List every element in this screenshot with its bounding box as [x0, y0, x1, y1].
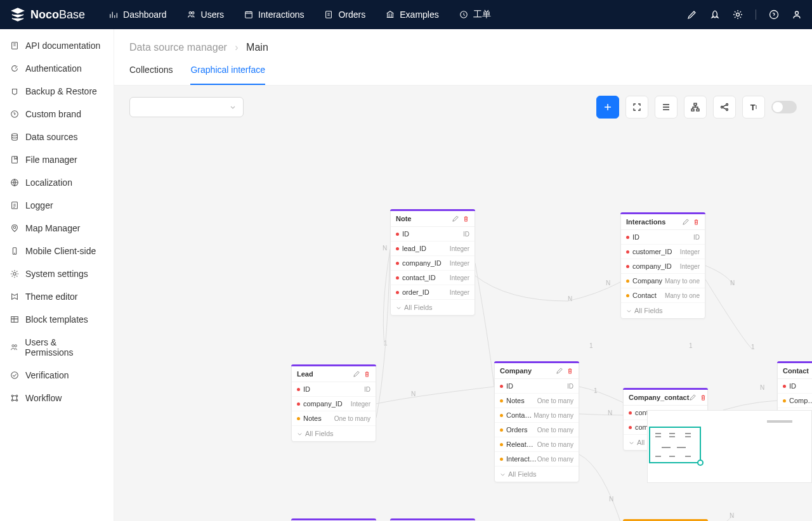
sidebar-item-backup-restore[interactable]: Backup & Restore	[0, 80, 114, 103]
field-row[interactable]: ID ID	[778, 379, 812, 394]
field-name: ID	[789, 382, 812, 390]
field-row[interactable]: ID ID	[391, 227, 475, 241]
field-row[interactable]: Releated leads One to many	[495, 437, 579, 452]
field-row[interactable]: Orders One to many	[495, 423, 579, 437]
sidebar-item-block-templates[interactable]: Block templates	[0, 308, 114, 331]
share-button[interactable]	[713, 96, 736, 119]
sidebar-item-theme-editor[interactable]: Theme editor	[0, 285, 114, 308]
toggle-switch[interactable]	[771, 101, 797, 113]
field-row[interactable]: Notes One to many	[495, 394, 579, 408]
sidebar-item-users-permissions[interactable]: Users & Permissions	[0, 331, 114, 364]
sidebar-item-authentication[interactable]: Authentication	[0, 57, 114, 80]
field-name: lead_ID	[402, 245, 450, 252]
edit-icon[interactable]	[556, 368, 563, 375]
rocket-icon[interactable]	[710, 10, 720, 20]
table-node-users[interactable]: Users ID ID Roles Many to many Departmen…	[291, 518, 376, 521]
edit-icon[interactable]	[682, 219, 689, 226]
nav-item-examples[interactable]: Examples	[377, 4, 447, 25]
sidebar-label: Authentication	[25, 63, 82, 74]
svg-point-18	[12, 345, 14, 347]
field-row[interactable]: company_ID Integer	[292, 397, 376, 411]
node-title: Note	[396, 215, 411, 222]
tab-graphical-interface[interactable]: Graphical interface	[190, 65, 265, 85]
sidebar-item-file-manager[interactable]: File manager	[0, 148, 114, 171]
field-name: Contact	[632, 292, 665, 299]
field-row[interactable]: Company Many to many	[778, 394, 812, 408]
sidebar-item-system-settings[interactable]: System settings	[0, 262, 114, 285]
node-header: Contact	[778, 363, 812, 379]
svg-point-21	[11, 395, 13, 397]
table-node-roles[interactable]: Roles Role UID Single line text All Fiel…	[390, 518, 475, 521]
field-row[interactable]: lead_ID Integer	[391, 241, 475, 256]
table-node-interactions[interactable]: Interactions ID ID customer_ID Integer c…	[620, 212, 705, 319]
all-fields-toggle[interactable]: All Fields	[292, 426, 376, 441]
sidebar-icon	[10, 41, 19, 50]
fullscreen-button[interactable]	[625, 96, 648, 119]
sidebar-item-data-sources[interactable]: Data sources	[0, 125, 114, 148]
edit-icon[interactable]	[452, 215, 459, 222]
field-name: ID	[632, 233, 693, 241]
highlighter-icon[interactable]	[687, 10, 697, 20]
field-name: Notes	[303, 415, 334, 422]
nav-item-orders[interactable]: Orders	[315, 4, 374, 25]
tab-collections[interactable]: Collections	[129, 65, 173, 85]
field-row[interactable]: Contacts Many to many	[495, 408, 579, 423]
sidebar-item-map-manager[interactable]: Map Manager	[0, 217, 114, 240]
delete-icon[interactable]	[700, 394, 707, 401]
delete-icon[interactable]	[693, 219, 700, 226]
nav-item-dashboard[interactable]: Dashboard	[100, 4, 176, 25]
sidebar-item-verification[interactable]: Verification	[0, 364, 114, 387]
field-row[interactable]: contact_ID Integer	[391, 271, 475, 285]
sidebar-item-localization[interactable]: Localization	[0, 171, 114, 194]
breadcrumb-parent[interactable]: Data source manager	[129, 42, 227, 53]
field-row[interactable]: Company Many to one	[621, 274, 705, 288]
list-button[interactable]	[655, 96, 678, 119]
calendar-icon	[244, 10, 253, 19]
field-row[interactable]: Contact Many to one	[621, 288, 705, 303]
edit-icon[interactable]	[353, 371, 360, 378]
all-fields-toggle[interactable]: All Fields	[495, 466, 579, 482]
sidebar-item-custom-brand[interactable]: Custom brand	[0, 103, 114, 125]
hierarchy-button[interactable]	[684, 96, 707, 119]
field-type: One to many	[537, 427, 573, 434]
nav-item-users[interactable]: Users	[178, 4, 233, 25]
text-button[interactable]: TI	[742, 96, 765, 119]
field-row[interactable]: company_ID Integer	[621, 259, 705, 274]
sidebar-item-api-documentation[interactable]: API documentation	[0, 34, 114, 57]
delete-icon[interactable]	[363, 371, 370, 378]
edit-icon[interactable]	[689, 394, 696, 401]
field-row[interactable]: customer_ID Integer	[621, 245, 705, 259]
field-dot	[297, 402, 300, 406]
all-fields-toggle[interactable]: All Fields	[621, 303, 705, 318]
field-row[interactable]: ID ID	[292, 382, 376, 397]
canvas[interactable]: TI 1 N N N N 1 N N	[114, 86, 812, 521]
field-row[interactable]: ID ID	[621, 230, 705, 245]
nav-item-工单[interactable]: 工单	[450, 4, 500, 25]
svg-rect-2	[246, 12, 252, 18]
nav-item-interactions[interactable]: Interactions	[235, 4, 313, 25]
field-dot	[626, 250, 629, 254]
user-icon[interactable]	[792, 10, 802, 20]
filter-select[interactable]	[129, 97, 244, 117]
svg-text:1: 1	[384, 340, 388, 347]
delete-icon[interactable]	[566, 368, 573, 375]
field-row[interactable]: Interactions One to many	[495, 452, 579, 466]
table-node-company[interactable]: Company ID ID Notes One to many Contacts…	[494, 361, 579, 482]
add-button[interactable]	[596, 96, 619, 119]
field-row[interactable]: order_ID Integer	[391, 285, 475, 300]
sidebar-item-mobile-client-side[interactable]: Mobile Client-side	[0, 240, 114, 262]
sidebar-item-workflow[interactable]: Workflow	[0, 387, 114, 409]
all-fields-toggle[interactable]: All Fields	[391, 300, 475, 315]
field-dot	[629, 426, 632, 429]
table-node-lead[interactable]: Lead ID ID company_ID Integer Notes One …	[291, 364, 376, 442]
logo[interactable]: NocoBase	[10, 7, 85, 22]
settings-icon[interactable]	[733, 10, 743, 20]
delete-icon[interactable]	[462, 215, 469, 222]
sidebar-item-logger[interactable]: Logger	[0, 194, 114, 217]
help-icon[interactable]	[769, 10, 779, 20]
minimap[interactable]	[647, 410, 812, 483]
field-row[interactable]: company_ID Integer	[391, 256, 475, 271]
table-node-note[interactable]: Note ID ID lead_ID Integer company_ID In…	[390, 209, 475, 316]
field-row[interactable]: ID ID	[495, 379, 579, 394]
field-row[interactable]: Notes One to many	[292, 411, 376, 426]
